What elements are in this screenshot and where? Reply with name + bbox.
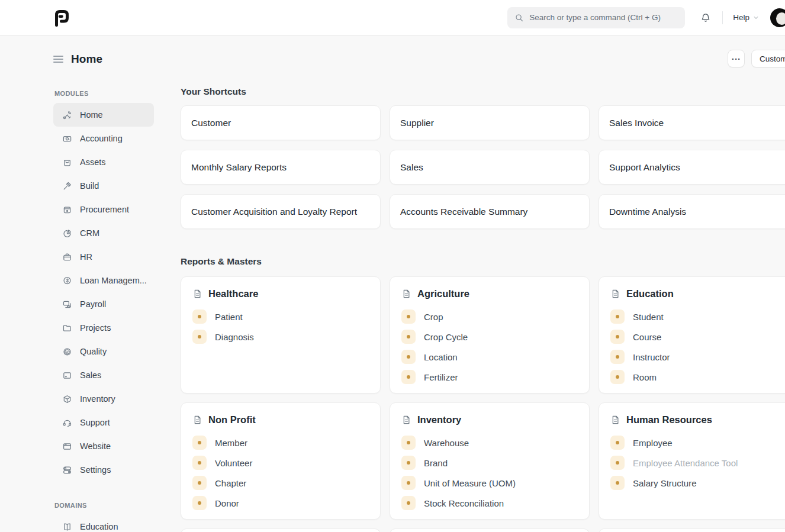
card-title-education[interactable]: Education [610, 288, 785, 299]
sidebar-item-sales[interactable]: Sales [53, 363, 154, 387]
shortcuts-heading: Your Shortcuts [181, 86, 785, 97]
sidebar-item-hr[interactable]: HR [53, 245, 154, 269]
pie-chart-icon [62, 228, 72, 238]
search-icon [514, 13, 524, 22]
bullet-icon [610, 436, 625, 450]
bag-icon [62, 157, 72, 167]
next-row-card-tops [181, 528, 785, 532]
card-title-human-resources[interactable]: Human Resources [610, 414, 785, 425]
shortcut-support-analytics[interactable]: Support Analytics [599, 150, 785, 185]
report-card-partial[interactable] [181, 528, 381, 532]
sidebar-item-loan-management[interactable]: Loan Managem... [53, 269, 154, 292]
report-link-warehouse[interactable]: Warehouse [401, 436, 578, 450]
card-title-non-profit[interactable]: Non Profit [192, 414, 369, 425]
shortcut-sales-invoice[interactable]: Sales Invoice [599, 105, 785, 140]
bullet-icon [401, 330, 416, 344]
report-card-partial[interactable] [390, 528, 590, 532]
headset-icon [62, 418, 72, 428]
sidebar-item-website[interactable]: Website [53, 434, 154, 458]
report-link-employee[interactable]: Employee [610, 436, 785, 450]
report-link-salary-structure[interactable]: Salary Structure [610, 476, 785, 490]
sidebar-item-crm[interactable]: CRM [53, 221, 154, 245]
help-menu[interactable]: Help [733, 13, 760, 22]
sidebar-item-settings[interactable]: Settings [53, 458, 154, 482]
file-text-icon [192, 289, 202, 299]
sidebar-item-education[interactable]: Education [53, 515, 154, 532]
card-title-healthcare[interactable]: Healthcare [192, 288, 369, 299]
sidebar-item-quality[interactable]: Quality [53, 340, 154, 363]
search-input[interactable]: Search or type a command (Ctrl + G) [507, 7, 685, 28]
bullet-icon [192, 309, 207, 324]
report-link-uom[interactable]: Unit of Measure (UOM) [401, 476, 578, 490]
sidebar-item-projects[interactable]: Projects [53, 316, 154, 340]
help-label: Help [733, 13, 749, 22]
reports-grid: Healthcare Patient Diagnosis Agriculture… [181, 276, 785, 520]
shortcut-sales[interactable]: Sales [390, 150, 590, 185]
sidebar-toggle-button[interactable] [53, 54, 63, 64]
shortcut-customer[interactable]: Customer [181, 105, 381, 140]
report-link-employee-attendance-tool[interactable]: Employee Attendance Tool [610, 456, 785, 470]
sidebar-item-inventory[interactable]: Inventory [53, 387, 154, 411]
report-link-location[interactable]: Location [401, 350, 578, 364]
frappe-logo[interactable] [53, 9, 70, 27]
customize-button[interactable]: Customize [751, 50, 785, 67]
bullet-icon [401, 436, 416, 450]
bullet-icon [401, 476, 416, 490]
page-actions: ... Customize [728, 50, 785, 67]
report-card-non-profit: Non Profit Member Volunteer Chapter Dono… [181, 402, 381, 520]
sidebar-item-assets[interactable]: Assets [53, 150, 154, 174]
user-avatar[interactable] [770, 8, 785, 27]
app-window: Search or type a command (Ctrl + G) Help… [0, 0, 785, 532]
shortcut-downtime-analysis[interactable]: Downtime Analysis [599, 194, 785, 229]
report-link-volunteer[interactable]: Volunteer [192, 456, 369, 470]
report-link-room[interactable]: Room [610, 370, 785, 384]
search-placeholder: Search or type a command (Ctrl + G) [529, 13, 661, 22]
sidebar-item-accounting[interactable]: Accounting [53, 127, 154, 150]
report-link-student[interactable]: Student [610, 309, 785, 324]
notifications-button[interactable] [700, 12, 711, 23]
report-link-crop-cycle[interactable]: Crop Cycle [401, 330, 578, 344]
sidebar-item-procurement[interactable]: Procurement [53, 198, 154, 221]
report-card-partial[interactable] [599, 528, 785, 532]
bullet-icon [610, 456, 625, 470]
report-link-instructor[interactable]: Instructor [610, 350, 785, 364]
report-link-donor[interactable]: Donor [192, 496, 369, 510]
report-link-member[interactable]: Member [192, 436, 369, 450]
file-text-icon [192, 415, 202, 425]
book-icon [62, 522, 72, 532]
frappe-logo-icon [53, 9, 70, 27]
sidebar-item-payroll[interactable]: Payroll [53, 292, 154, 316]
report-card-human-resources: Human Resources Employee Employee Attend… [599, 402, 785, 520]
receipt-icon [62, 370, 72, 381]
card-title-agriculture[interactable]: Agriculture [401, 288, 578, 299]
bullet-icon [610, 476, 625, 490]
tools-icon [62, 110, 72, 120]
file-text-icon [401, 289, 411, 299]
shortcut-supplier[interactable]: Supplier [390, 105, 590, 140]
bullet-icon [401, 350, 416, 364]
report-link-diagnosis[interactable]: Diagnosis [192, 330, 369, 344]
shortcut-monthly-salary-reports[interactable]: Monthly Salary Reports [181, 150, 381, 185]
report-link-patient[interactable]: Patient [192, 309, 369, 324]
report-link-brand[interactable]: Brand [401, 456, 578, 470]
sidebar-item-home[interactable]: Home [53, 103, 154, 127]
hamburger-icon [53, 56, 63, 57]
sidebar-item-support[interactable]: Support [53, 411, 154, 434]
report-link-stock-reconciliation[interactable]: Stock Reconciliation [401, 496, 578, 510]
report-link-chapter[interactable]: Chapter [192, 476, 369, 490]
file-text-icon [401, 415, 411, 425]
page-header: Home ... Customize [53, 49, 785, 70]
card-title-inventory[interactable]: Inventory [401, 414, 578, 425]
box-icon [62, 205, 72, 215]
report-link-fertilizer[interactable]: Fertilizer [401, 370, 578, 384]
report-link-course[interactable]: Course [610, 330, 785, 344]
bullet-icon [610, 330, 625, 344]
page-title: Home [71, 53, 102, 66]
more-options-button[interactable]: ... [728, 50, 745, 67]
chevron-down-icon [752, 14, 760, 21]
cash-icon [62, 134, 72, 144]
sidebar-item-build[interactable]: Build [53, 174, 154, 198]
report-link-crop[interactable]: Crop [401, 309, 578, 324]
shortcut-accounts-receivable[interactable]: Accounts Receivable Summary [390, 194, 590, 229]
shortcut-customer-acquisition[interactable]: Customer Acquisition and Loyalty Report [181, 194, 381, 229]
